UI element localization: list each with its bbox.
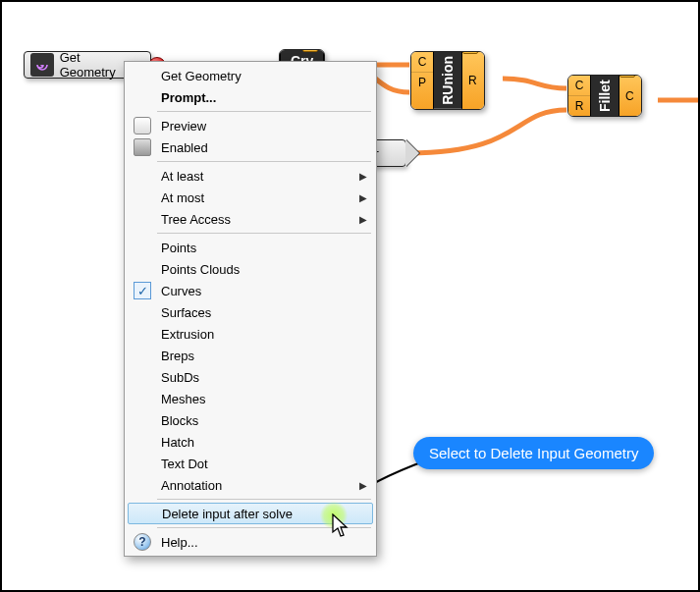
enabled-icon: [134, 138, 151, 156]
menu-points-clouds[interactable]: Points Clouds: [128, 258, 373, 280]
node-canvas[interactable]: Get Geometry Crv C P RUnion R C R Fillet…: [2, 2, 698, 590]
menu-separator: [157, 233, 371, 234]
menu-item-label: Text Dot: [161, 457, 208, 471]
menu-item-label: Prompt...: [161, 90, 216, 105]
menu-surfaces[interactable]: Surfaces: [128, 301, 373, 323]
warning-badge: [619, 75, 635, 78]
spiral-icon: [30, 53, 54, 77]
menu-tree-access[interactable]: Tree Access ▶: [128, 208, 373, 230]
menu-prompt[interactable]: Prompt...: [128, 86, 373, 108]
port-r-in[interactable]: R: [568, 96, 590, 116]
menu-separator: [157, 161, 371, 162]
menu-curves[interactable]: ✓ Curves: [128, 280, 373, 301]
menu-item-label: Tree Access: [161, 212, 231, 227]
menu-subds[interactable]: SubDs: [128, 366, 373, 388]
menu-text-dot[interactable]: Text Dot: [128, 453, 373, 474]
menu-item-label: At least: [161, 169, 203, 184]
port-c-out[interactable]: C: [619, 76, 641, 116]
inputs-column: C P: [411, 52, 433, 109]
submenu-arrow-icon: ▶: [359, 214, 367, 225]
menu-item-label: Help...: [161, 535, 198, 550]
menu-item-label: At most: [161, 190, 204, 205]
warning-badge: [302, 49, 318, 52]
menu-at-least[interactable]: At least ▶: [128, 165, 373, 187]
menu-hatch[interactable]: Hatch: [128, 431, 373, 453]
menu-item-label: SubDs: [161, 370, 199, 385]
menu-item-label: Points Clouds: [161, 262, 240, 277]
port-p-in[interactable]: P: [411, 73, 433, 92]
menu-separator: [157, 499, 371, 500]
node-fillet[interactable]: C R Fillet C: [567, 75, 642, 117]
callout-text: Select to Delete Input Geometry: [429, 445, 638, 461]
menu-item-label: Points: [161, 241, 196, 255]
menu-help[interactable]: ? Help...: [128, 531, 373, 553]
submenu-arrow-icon: ▶: [359, 480, 367, 491]
menu-breps[interactable]: Breps: [128, 345, 373, 366]
menu-item-label: Hatch: [161, 435, 194, 450]
port-r-out[interactable]: R: [462, 52, 484, 109]
node-runion[interactable]: C P RUnion R: [410, 51, 485, 110]
submenu-arrow-icon: ▶: [359, 171, 367, 182]
menu-item-label: Annotation: [161, 478, 222, 493]
menu-points[interactable]: Points: [128, 237, 373, 258]
menu-blocks[interactable]: Blocks: [128, 409, 373, 431]
node-tip: [405, 140, 419, 166]
port-c-in[interactable]: C: [568, 76, 590, 96]
node-core-label: Fillet: [590, 76, 619, 116]
check-icon: ✓: [134, 282, 151, 299]
preview-icon: [134, 117, 151, 135]
menu-title-label: Get Geometry: [161, 69, 242, 83]
menu-extrusion[interactable]: Extrusion: [128, 323, 373, 345]
menu-at-most[interactable]: At most ▶: [128, 187, 373, 208]
menu-item-label: Blocks: [161, 413, 198, 428]
callout-bubble: Select to Delete Input Geometry: [413, 437, 654, 469]
menu-separator: [157, 111, 371, 112]
menu-preview[interactable]: Preview: [128, 115, 373, 136]
help-icon: ?: [134, 533, 151, 551]
menu-enabled[interactable]: Enabled: [128, 136, 373, 158]
warning-badge: [462, 51, 478, 54]
menu-separator: [157, 527, 371, 528]
menu-item-label: Curves: [161, 284, 201, 298]
menu-annotation[interactable]: Annotation ▶: [128, 474, 373, 496]
menu-item-label: Surfaces: [161, 305, 211, 320]
outputs-column: C: [619, 76, 641, 116]
port-c-in[interactable]: C: [411, 52, 433, 73]
menu-meshes[interactable]: Meshes: [128, 388, 373, 409]
outputs-column: R: [462, 52, 484, 109]
menu-item-label: Meshes: [161, 392, 206, 406]
menu-item-label: Extrusion: [161, 327, 214, 342]
menu-item-label: Enabled: [161, 140, 208, 155]
menu-delete-input-after-solve[interactable]: Delete input after solve: [128, 503, 373, 524]
inputs-column: C R: [568, 76, 590, 116]
menu-item-label: Delete input after solve: [162, 507, 293, 521]
menu-item-label: Breps: [161, 349, 194, 363]
node-core-label: RUnion: [433, 52, 462, 109]
context-menu: Get Geometry Prompt... Preview Enabled A…: [124, 61, 377, 557]
menu-item-label: Preview: [161, 119, 206, 134]
menu-title: Get Geometry: [128, 65, 373, 86]
submenu-arrow-icon: ▶: [359, 192, 367, 203]
